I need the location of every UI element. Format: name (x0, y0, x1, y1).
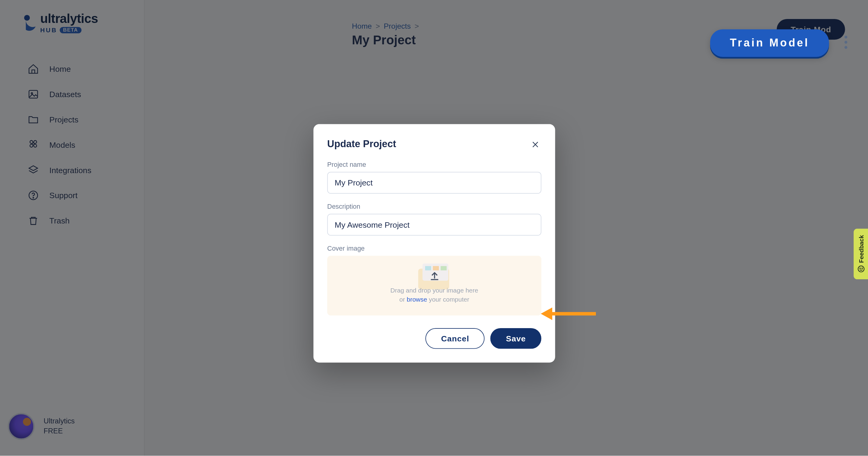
svg-rect-10 (425, 266, 431, 270)
feedback-tab[interactable]: Feedback (854, 229, 868, 279)
cover-image-dropzone[interactable]: Drag and drop your image here or browse … (327, 256, 541, 315)
more-menu-button[interactable] (838, 34, 853, 50)
cancel-button[interactable]: Cancel (426, 328, 485, 349)
close-icon (531, 140, 539, 149)
svg-point-6 (860, 268, 861, 269)
update-project-modal: Update Project Project name Description … (313, 124, 555, 363)
svg-point-7 (862, 268, 862, 269)
browse-link[interactable]: browse (407, 296, 427, 303)
feedback-label: Feedback (858, 235, 865, 263)
svg-rect-12 (440, 266, 446, 270)
save-button[interactable]: Save (491, 328, 541, 349)
svg-rect-11 (433, 266, 439, 270)
smile-icon (857, 265, 865, 273)
close-button[interactable] (529, 138, 541, 150)
cover-image-label: Cover image (327, 245, 541, 252)
train-model-button[interactable]: Train Model (710, 29, 829, 57)
annotation-arrow (541, 310, 596, 317)
project-name-label: Project name (327, 161, 541, 168)
description-input[interactable] (327, 214, 541, 235)
upload-icon (428, 270, 440, 283)
svg-point-5 (858, 266, 864, 272)
dropzone-text: Drag and drop your image here or browse … (391, 286, 478, 305)
description-label: Description (327, 203, 541, 210)
modal-title: Update Project (327, 138, 396, 150)
project-name-input[interactable] (327, 172, 541, 194)
